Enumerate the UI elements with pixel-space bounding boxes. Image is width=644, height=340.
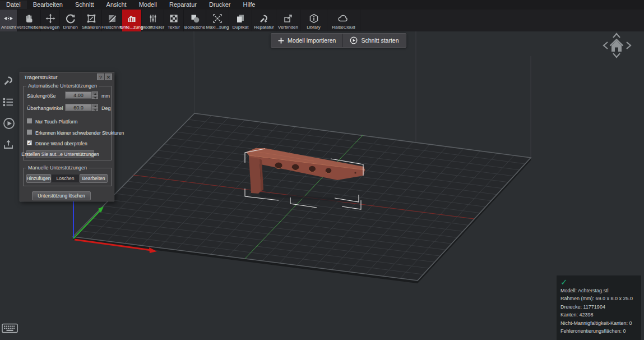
model-info-panel: ✓ Modell: Achterstag.stl Rahmen (mm): 69… — [557, 275, 641, 340]
tool-reparatur[interactable]: Reparatur — [252, 10, 276, 31]
tool-modifizierer[interactable]: Modifizierer — [142, 10, 164, 31]
menu-hilfe[interactable]: Hilfe — [237, 1, 261, 9]
overhang-angle-unit: Deg — [101, 105, 111, 111]
modifier-sliders-icon — [147, 13, 159, 24]
add-support-button[interactable]: Hinzufügen — [26, 174, 51, 183]
manual-supports-group: Manuelle Unterstützungen Hinzufügen Lösc… — [23, 168, 112, 186]
model-nonmanifold-edges: Nicht-Mannigfaltigkeit-Kanten: 0 — [560, 319, 641, 327]
export-upload-icon[interactable] — [2, 138, 15, 150]
rotate-icon — [65, 13, 76, 24]
tool-ansicht[interactable]: Ansicht — [0, 10, 17, 31]
start-slice-button[interactable]: Schnitt starten — [342, 34, 405, 47]
overhang-angle-stepper[interactable] — [92, 104, 98, 111]
rotate-up-chevron[interactable] — [613, 34, 620, 38]
dialog-help-button[interactable]: ? — [97, 73, 104, 80]
pillar-size-input[interactable] — [65, 91, 92, 99]
ideamaker-window: Datei Bearbeiten Schnitt Ansicht Modell … — [0, 0, 644, 340]
tool-drehen[interactable]: Drehen — [60, 10, 81, 31]
support-icon — [126, 13, 137, 24]
pillar-size-stepper[interactable] — [92, 91, 98, 99]
tool-bewegen[interactable]: Bewegen — [41, 10, 60, 31]
settings-wrench-icon[interactable] — [2, 75, 15, 87]
tool-raisecloud[interactable]: RaiseCloud — [327, 10, 360, 31]
menu-reparatur[interactable]: Reparatur — [163, 1, 203, 9]
tool-duplikat[interactable]: Duplikat — [229, 10, 252, 31]
model-ok-check-icon: ✓ — [560, 278, 641, 287]
overhang-angle-input[interactable] — [65, 104, 92, 111]
tool-unterstuetzung[interactable]: Unte...zung — [122, 10, 142, 31]
menu-bar: Datei Bearbeiten Schnitt Ansicht Modell … — [0, 0, 644, 10]
duplicate-icon — [235, 13, 246, 24]
tool-freischnitt[interactable]: Freischnitt — [102, 10, 122, 31]
tool-verschieben[interactable]: Verschieben — [17, 10, 41, 31]
import-model-button[interactable]: Modell importieren — [271, 34, 342, 47]
auto-supports-group: Automatische Unterstützungen Säulengröße… — [23, 86, 112, 160]
max-fit-icon — [212, 13, 223, 24]
tool-verbinden[interactable]: Verbinden — [276, 10, 300, 31]
overhang-angle-label: Überhangwinkel — [27, 105, 63, 111]
model-list-icon[interactable] — [2, 97, 15, 107]
tool-boolesche[interactable]: Boolesche — [184, 10, 206, 31]
edit-support-button[interactable]: Bearbeiten — [80, 174, 108, 183]
viewport-action-buttons: Modell importieren Schnitt starten — [271, 33, 406, 48]
auto-supports-group-title: Automatische Unterstützungen — [26, 83, 99, 89]
tool-textur[interactable]: Textur — [164, 10, 184, 31]
pillar-size-label: Säulengröße — [27, 93, 56, 99]
tool-maximale-anpassung[interactable]: Maxi...sung — [206, 10, 229, 31]
boolean-shapes-icon — [189, 13, 201, 24]
rotate-left-chevron[interactable] — [604, 42, 608, 49]
clear-supports-button[interactable]: Unterstützung löschen — [32, 191, 91, 200]
create-auto-supports-button[interactable]: Erstellen Sie aut...e Unterstützungen — [26, 150, 94, 158]
viewport-3d[interactable]: Modell importieren Schnitt starten — [0, 31, 644, 340]
play-preview-icon[interactable] — [2, 117, 16, 130]
plus-icon — [278, 38, 284, 44]
tool-library[interactable]: Library — [300, 10, 327, 31]
support-structure-dialog: Trägerstruktur ? ✕ Automatische Unterstü… — [20, 72, 114, 201]
model-name: Modell: Achterstag.stl — [560, 287, 641, 295]
keyboard-icon[interactable] — [2, 323, 18, 334]
home-view-icon[interactable] — [610, 40, 623, 52]
cut-icon — [106, 13, 118, 24]
dialog-close-button[interactable]: ✕ — [105, 73, 112, 80]
scale-icon — [86, 13, 97, 24]
library-hexagon-icon — [308, 13, 319, 24]
menu-modell[interactable]: Modell — [133, 1, 163, 9]
toolbar: Ansicht Verschieben Bewegen Drehen Skali… — [0, 10, 644, 31]
menu-schnitt[interactable]: Schnitt — [69, 1, 100, 9]
model-misoriented-faces: Fehlerorientierungsflächen: 0 — [560, 327, 641, 335]
rotate-down-chevron[interactable] — [613, 53, 620, 57]
play-circle-icon — [350, 36, 358, 44]
view-nav-cluster — [600, 31, 634, 61]
pan-hand-icon — [24, 13, 35, 24]
menu-drucker[interactable]: Drucker — [203, 1, 237, 9]
menu-ansicht[interactable]: Ansicht — [100, 1, 133, 9]
move-arrows-icon — [45, 13, 56, 24]
pillar-size-unit: mm — [101, 93, 110, 99]
delete-support-mode-button[interactable]: Löschen — [51, 174, 80, 183]
connect-icon — [282, 13, 294, 24]
menu-datei[interactable]: Datei — [0, 1, 27, 9]
tool-skalieren[interactable]: Skalieren — [81, 10, 102, 31]
eye-icon — [3, 13, 14, 24]
model-triangles: Dreiecke: 11771904 — [560, 303, 641, 311]
model-bounds: Rahmen (mm): 69.0 x 8.0 x 25.0 — [560, 295, 641, 302]
texture-icon — [168, 13, 179, 24]
cloud-icon — [337, 13, 350, 24]
menu-bearbeiten[interactable]: Bearbeiten — [27, 1, 69, 9]
rotate-right-chevron[interactable] — [627, 42, 631, 49]
manual-supports-group-title: Manuelle Unterstützungen — [26, 165, 89, 171]
model-edges: Kanten: 42398 — [560, 311, 641, 319]
repair-wrench-icon — [258, 13, 270, 24]
dialog-title: Trägerstruktur — [24, 74, 57, 80]
